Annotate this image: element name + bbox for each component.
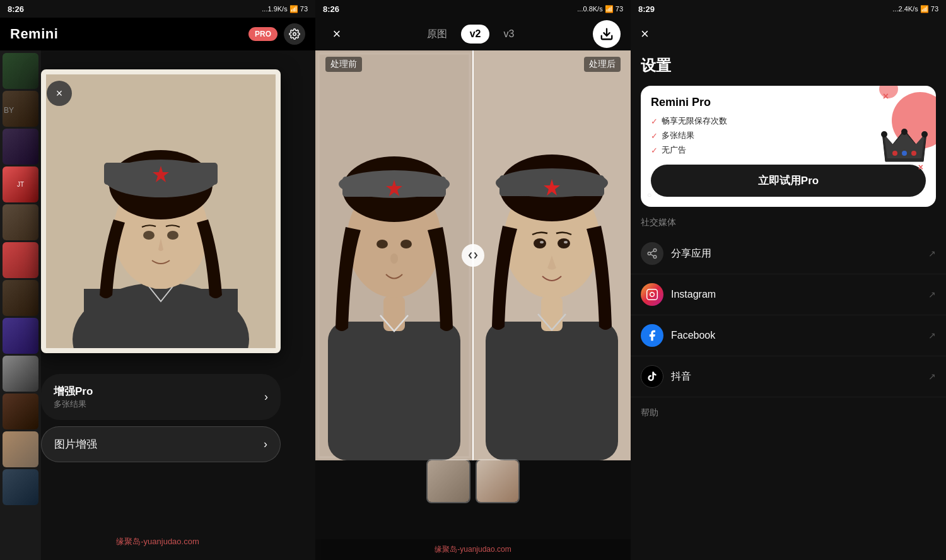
status-icons-1: ...1.9K/s 📶 73	[262, 5, 308, 13]
crown-svg	[879, 127, 930, 165]
after-label: 处理后	[584, 57, 621, 72]
gallery-thumb-12[interactable]	[3, 469, 38, 505]
svg-point-44	[902, 151, 907, 156]
svg-rect-27	[486, 322, 618, 460]
svg-point-35	[558, 238, 570, 248]
tab-v3[interactable]: v3	[494, 25, 523, 44]
instagram-item[interactable]: Instagram ↗	[631, 274, 946, 315]
p2-close-button[interactable]: ×	[325, 23, 348, 45]
photo-card	[41, 69, 281, 353]
gallery-thumb-10[interactable]	[3, 394, 38, 429]
facebook-label: Facebook	[671, 330, 928, 341]
status-time-1: 8:26	[8, 4, 24, 14]
feature-text-1: 畅享无限保存次数	[662, 115, 727, 127]
watermark-2: 缘聚岛-yuanjudao.com	[315, 539, 631, 560]
svg-point-36	[540, 241, 544, 243]
svg-line-50	[650, 251, 653, 253]
side-gallery: BY JT	[0, 50, 41, 560]
status-icons-2: ...0.8K/s 📶 73	[577, 5, 623, 13]
after-photo	[473, 50, 631, 460]
settings-title: 设置	[631, 50, 946, 86]
svg-point-0	[293, 33, 296, 36]
share-icon	[641, 242, 663, 265]
tiktok-label: 抖音	[671, 370, 928, 383]
gallery-thumb-9[interactable]	[3, 356, 38, 392]
svg-point-25	[390, 254, 398, 264]
thumbnails-row	[426, 459, 520, 503]
enhance-pro-button[interactable]: 增强Pro 多张结果 ›	[41, 374, 281, 420]
status-bar-2: 8:26 ...0.8K/s 📶 73	[315, 0, 631, 18]
enhance-label: 图片增强	[54, 437, 97, 452]
tab-v2[interactable]: v2	[461, 25, 490, 44]
svg-point-45	[911, 151, 916, 156]
svg-rect-17	[383, 296, 405, 331]
handle-icon	[468, 250, 478, 260]
svg-point-11	[167, 231, 178, 240]
photo-inner	[46, 74, 276, 348]
svg-point-23	[377, 240, 388, 248]
tiktok-item[interactable]: 抖音 ↗	[631, 356, 946, 397]
svg-point-43	[892, 151, 897, 156]
tab-original[interactable]: 原图	[418, 24, 456, 45]
svg-point-40	[901, 129, 908, 135]
download-button[interactable]	[593, 20, 621, 48]
enhance-pro-left: 增强Pro 多张结果	[54, 384, 93, 410]
header-right: PRO	[248, 23, 305, 45]
svg-point-24	[400, 240, 412, 248]
check-icon-2: ✓	[651, 131, 658, 141]
gallery-thumb-11[interactable]	[3, 431, 38, 467]
vintage-portrait-svg	[46, 74, 276, 348]
check-icon-1: ✓	[651, 117, 658, 126]
svg-point-41	[921, 131, 928, 137]
gallery-thumb-1[interactable]	[3, 53, 38, 89]
tiktok-icon	[641, 365, 663, 388]
pro-card: × × ○ Remini Pro ✓ 畅享无限保存次数 ✓ 多张结果	[641, 86, 936, 207]
decor-dot-1: ○	[647, 190, 651, 199]
enhance-button[interactable]: 图片增强 ›	[41, 426, 281, 462]
settings-button[interactable]	[284, 23, 305, 45]
svg-line-49	[650, 254, 653, 256]
close-photo-button[interactable]: ×	[47, 81, 72, 106]
after-portrait-svg	[473, 50, 631, 460]
svg-rect-16	[328, 322, 460, 460]
gallery-thumb-7[interactable]	[3, 280, 38, 316]
p2-tabs: 原图 v2 v3	[418, 24, 523, 45]
gallery-thumb-4[interactable]: JT	[3, 166, 38, 202]
panel-settings: 8:29 ...2.4K/s 📶 73 × 设置 × × ○	[631, 0, 946, 560]
pro-badge[interactable]: PRO	[248, 27, 277, 41]
by-label: BY	[4, 106, 14, 115]
svg-point-37	[564, 241, 568, 243]
enhance-pro-sub: 多张结果	[54, 399, 93, 410]
feature-text-3: 无广告	[662, 144, 686, 156]
panel-main: 8:26 ...1.9K/s 📶 73 Remini PRO BY JT	[0, 0, 315, 560]
panel-comparison: 8:26 ...0.8K/s 📶 73 × 原图 v2 v3 处理前 处理后	[315, 0, 631, 560]
social-section-title: 社交媒体	[631, 207, 946, 233]
before-label: 处理前	[325, 57, 362, 72]
svg-rect-28	[541, 296, 563, 331]
p3-close-button[interactable]: ×	[641, 26, 649, 42]
svg-point-48	[653, 255, 657, 259]
svg-point-47	[648, 252, 651, 255]
instagram-arrow: ↗	[928, 289, 936, 300]
comparison-view[interactable]: 处理前 处理后	[315, 50, 631, 460]
enhance-pro-arrow: ›	[264, 390, 268, 404]
comparison-handle[interactable]	[462, 244, 484, 267]
gallery-thumb-5[interactable]	[3, 204, 38, 240]
svg-point-10	[143, 231, 155, 240]
p1-header: Remini PRO	[0, 18, 315, 50]
thumb-after[interactable]	[476, 459, 520, 503]
help-section-title: 帮助	[631, 397, 946, 424]
share-arrow: ↗	[928, 248, 936, 259]
share-app-item[interactable]: 分享应用 ↗	[631, 233, 946, 274]
gallery-thumb-3[interactable]	[3, 129, 38, 165]
enhance-pro-title: 增强Pro	[54, 384, 93, 399]
status-time-3: 8:29	[638, 4, 655, 14]
decor-x-1: ×	[883, 91, 889, 102]
gallery-thumb-6[interactable]	[3, 242, 38, 278]
facebook-item[interactable]: Facebook ↗	[631, 315, 946, 356]
status-bar-1: 8:26 ...1.9K/s 📶 73	[0, 0, 315, 18]
pro-feature-1: ✓ 畅享无限保存次数	[651, 115, 926, 127]
thumb-before[interactable]	[426, 459, 470, 503]
svg-point-34	[534, 238, 546, 248]
gallery-thumb-8[interactable]	[3, 318, 38, 354]
